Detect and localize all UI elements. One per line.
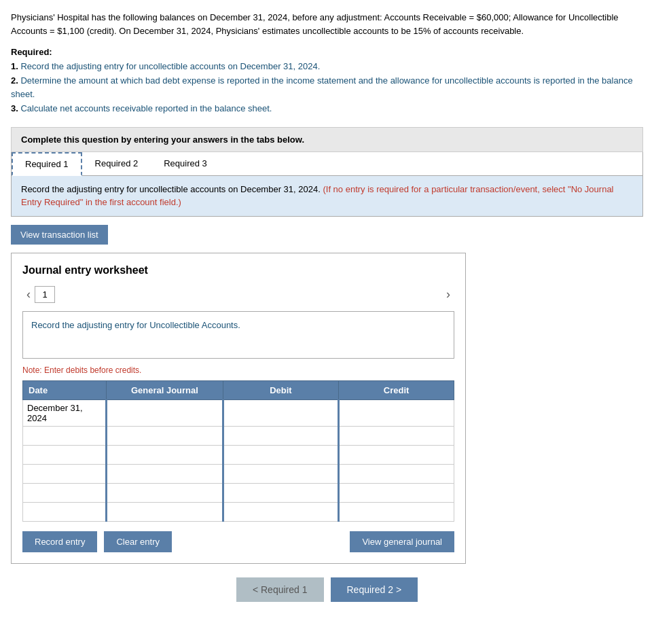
tab-required1[interactable]: Required 1: [12, 152, 82, 176]
debit-cell[interactable]: [223, 502, 338, 521]
bottom-nav: < Required 1 Required 2 >: [11, 577, 643, 602]
tab-content: Record the adjusting entry for uncollect…: [12, 176, 642, 216]
tab-required2[interactable]: Required 2: [82, 152, 151, 175]
account-cell[interactable]: [107, 445, 223, 464]
required-item-2: 2. Determine the amount at which bad deb…: [11, 74, 643, 103]
intro-paragraph: Physicians' Hospital has the following b…: [11, 11, 643, 37]
next-page-button[interactable]: ›: [442, 286, 454, 303]
tab-required3[interactable]: Required 3: [151, 152, 220, 175]
credit-input[interactable]: [340, 446, 454, 464]
account-cell[interactable]: [107, 399, 223, 426]
intro-text: Physicians' Hospital has the following b…: [11, 12, 619, 36]
required-item2-text: Determine the amount at which bad debt e…: [11, 75, 633, 100]
date-cell: [23, 502, 107, 521]
next-required-button[interactable]: Required 2 >: [331, 577, 418, 602]
table-row: [23, 426, 454, 445]
date-cell: [23, 445, 107, 464]
credit-input[interactable]: [340, 484, 454, 502]
col-date: Date: [23, 380, 107, 399]
page-number: 1: [35, 286, 55, 303]
nav-row: ‹ 1 ›: [22, 286, 454, 303]
credit-input[interactable]: [340, 503, 454, 521]
record-entry-button[interactable]: Record entry: [22, 531, 97, 552]
required-heading: Required:: [11, 46, 643, 60]
credit-input[interactable]: [340, 400, 454, 426]
debit-input[interactable]: [224, 446, 338, 464]
account-input[interactable]: [107, 427, 222, 445]
credit-cell[interactable]: [339, 426, 454, 445]
complete-box: Complete this question by entering your …: [11, 127, 643, 152]
table-row: [23, 445, 454, 464]
description-text: Record the adjusting entry for Uncollect…: [31, 320, 240, 330]
account-input[interactable]: [107, 400, 222, 426]
debit-input[interactable]: [224, 503, 338, 521]
debit-input[interactable]: [224, 484, 338, 502]
view-general-journal-button[interactable]: View general journal: [350, 531, 454, 552]
table-row: [23, 502, 454, 521]
debit-cell[interactable]: [223, 445, 338, 464]
prev-required-button[interactable]: < Required 1: [236, 577, 324, 602]
date-cell: December 31, 2024: [23, 399, 107, 426]
credit-cell[interactable]: [339, 502, 454, 521]
debit-input[interactable]: [224, 400, 338, 426]
worksheet-container: Journal entry worksheet ‹ 1 › Record the…: [11, 253, 466, 564]
debit-cell[interactable]: [223, 426, 338, 445]
required-item3-text: Calculate net accounts receivable report…: [20, 103, 272, 113]
credit-cell[interactable]: [339, 445, 454, 464]
date-cell: [23, 464, 107, 483]
tab-main-text: Record the adjusting entry for uncollect…: [21, 184, 321, 194]
credit-input[interactable]: [340, 427, 454, 445]
table-row: [23, 483, 454, 502]
account-input[interactable]: [107, 484, 222, 502]
credit-cell[interactable]: [339, 399, 454, 426]
debit-cell[interactable]: [223, 483, 338, 502]
col-debit: Debit: [223, 380, 338, 399]
view-transaction-button[interactable]: View transaction list: [11, 225, 108, 245]
account-cell[interactable]: [107, 483, 223, 502]
required-label: Required:: [11, 47, 52, 57]
account-input[interactable]: [107, 503, 222, 521]
account-input[interactable]: [107, 465, 222, 483]
required-item1-text: Record the adjusting entry for uncollect…: [20, 61, 320, 71]
debit-input[interactable]: [224, 427, 338, 445]
prev-page-button[interactable]: ‹: [22, 286, 35, 303]
journal-table: Date General Journal Debit Credit Decemb…: [22, 380, 454, 522]
note-text: Note: Enter debits before credits.: [22, 365, 454, 375]
col-credit: Credit: [339, 380, 454, 399]
required-item3-label: 3.: [11, 103, 18, 113]
required-item2-label: 2.: [11, 75, 18, 86]
tabs-container: Required 1 Required 2 Required 3 Record …: [11, 152, 643, 217]
required-item-1: 1. Record the adjusting entry for uncoll…: [11, 60, 643, 74]
table-row: [23, 464, 454, 483]
credit-input[interactable]: [340, 465, 454, 483]
clear-entry-button[interactable]: Clear entry: [104, 531, 172, 552]
required-item1-label: 1.: [11, 61, 18, 71]
col-general-journal: General Journal: [107, 380, 223, 399]
account-input[interactable]: [107, 446, 222, 464]
worksheet-title: Journal entry worksheet: [22, 264, 454, 276]
tabs-row: Required 1 Required 2 Required 3: [12, 152, 642, 176]
action-buttons: Record entry Clear entry View general jo…: [22, 531, 454, 552]
account-cell[interactable]: [107, 426, 223, 445]
required-section: Required: 1. Record the adjusting entry …: [11, 46, 643, 116]
credit-cell[interactable]: [339, 464, 454, 483]
complete-box-text: Complete this question by entering your …: [21, 135, 304, 145]
account-cell[interactable]: [107, 464, 223, 483]
date-cell: [23, 426, 107, 445]
description-box: Record the adjusting entry for Uncollect…: [22, 311, 454, 359]
debit-cell[interactable]: [223, 464, 338, 483]
date-cell: [23, 483, 107, 502]
required-item-3: 3. Calculate net accounts receivable rep…: [11, 102, 643, 116]
debit-input[interactable]: [224, 465, 338, 483]
credit-cell[interactable]: [339, 483, 454, 502]
debit-cell[interactable]: [223, 399, 338, 426]
table-row: December 31, 2024: [23, 399, 454, 426]
account-cell[interactable]: [107, 502, 223, 521]
